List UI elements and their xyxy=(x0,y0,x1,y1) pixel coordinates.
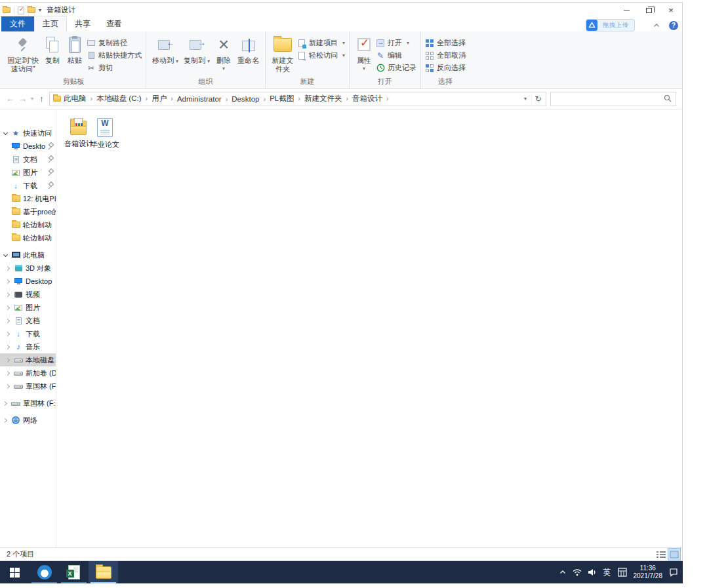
chevron-right-icon[interactable] xyxy=(5,370,11,376)
sidebar-network[interactable]: 网络 xyxy=(0,414,56,427)
rename-button[interactable]: 重命名 xyxy=(235,33,261,65)
sidebar-item-folder-plc[interactable]: 12: 机电PLC (29张 xyxy=(0,192,56,205)
open-button[interactable]: 打开 xyxy=(376,37,416,49)
refresh-icon[interactable] xyxy=(531,94,544,104)
network-icon[interactable] xyxy=(569,568,585,576)
taskbar-file-explorer-button[interactable] xyxy=(89,561,118,583)
address-bar[interactable]: 此电脑 本地磁盘 (C:) 用户 Administrator Desktop P… xyxy=(49,92,546,106)
edit-button[interactable]: 编辑 xyxy=(376,50,416,61)
search-box[interactable] xyxy=(550,92,676,106)
invert-selection-button[interactable]: 反向选择 xyxy=(425,62,466,73)
properties-icon[interactable] xyxy=(18,7,24,14)
chevron-right-icon[interactable] xyxy=(3,401,9,406)
sidebar-item-drive-f[interactable]: 覃国林 (F:) xyxy=(0,380,56,393)
properties-button[interactable]: 属性 ▾ xyxy=(354,33,374,71)
sidebar-item-pc-desktop[interactable]: Desktop xyxy=(0,275,56,288)
minimize-button[interactable] xyxy=(615,3,637,18)
history-button[interactable]: 历史记录 xyxy=(376,62,416,73)
breadcrumb-this-pc[interactable]: 此电脑 xyxy=(62,94,94,104)
show-hidden-icons-button[interactable] xyxy=(556,570,569,575)
chevron-right-icon[interactable] xyxy=(5,279,11,284)
start-button[interactable] xyxy=(0,561,30,583)
taskbar-browser-button[interactable] xyxy=(30,561,59,583)
action-center-button[interactable] xyxy=(666,568,681,577)
netdisk-upload-badge[interactable]: 拖拽上传 xyxy=(586,19,635,31)
copy-path-button[interactable]: 复制路径 xyxy=(87,37,142,49)
select-none-button[interactable]: 全部取消 xyxy=(425,50,466,61)
ime-language-indicator[interactable]: 英 xyxy=(600,567,615,578)
chevron-right-icon[interactable] xyxy=(5,344,11,350)
address-dropdown-icon[interactable] xyxy=(519,96,531,102)
chevron-right-icon[interactable] xyxy=(5,292,11,298)
sidebar-item-documents[interactable]: 文档 xyxy=(0,153,56,166)
details-view-icon[interactable] xyxy=(655,549,667,560)
restore-button[interactable] xyxy=(637,3,660,18)
move-to-button[interactable]: 移动到 xyxy=(150,33,180,65)
tab-home[interactable]: 主页 xyxy=(34,16,67,31)
back-button[interactable] xyxy=(4,94,16,104)
taskbar-clock[interactable]: 11:36 2021/7/28 xyxy=(630,564,666,580)
netdisk-upload-label[interactable]: 拖拽上传 xyxy=(597,20,634,31)
breadcrumb-pl-screenshots[interactable]: PL截图 xyxy=(268,94,302,104)
close-button[interactable]: × xyxy=(660,3,682,18)
volume-icon[interactable] xyxy=(585,568,600,576)
large-icons-view-icon[interactable] xyxy=(668,549,680,560)
forward-button[interactable] xyxy=(16,94,29,104)
sidebar-this-pc[interactable]: 此电脑 xyxy=(0,248,56,262)
breadcrumb-users[interactable]: 用户 xyxy=(150,94,174,104)
sidebar-item-folder-wheel-brake-1[interactable]: 轮边制动 xyxy=(0,218,56,231)
sidebar-item-local-disk-c[interactable]: 本地磁盘 (C:) xyxy=(0,353,56,366)
breadcrumb-administrator[interactable]: Administrator xyxy=(176,95,229,103)
chevron-down-icon[interactable] xyxy=(3,252,9,258)
new-folder-button[interactable]: 新建文件夹 xyxy=(270,33,296,73)
breadcrumb-local-disk-c[interactable]: 本地磁盘 (C:) xyxy=(95,94,149,104)
file-list-area[interactable]: 音箱设计 W 毕业论文 xyxy=(56,109,682,547)
sidebar-item-pictures[interactable]: 图片 xyxy=(0,166,56,179)
sidebar-item-folder-proe[interactable]: 基于proe的汽车闸 xyxy=(0,205,56,218)
properties-dropdown-icon[interactable]: ▾ xyxy=(363,67,365,71)
chevron-right-icon[interactable] xyxy=(5,318,11,324)
ime-toolbar-icon[interactable] xyxy=(615,568,630,577)
collapse-ribbon-icon[interactable] xyxy=(653,23,660,28)
sidebar-item-pc-downloads[interactable]: 下载 xyxy=(0,327,56,340)
chevron-right-icon[interactable] xyxy=(5,331,11,337)
tab-file[interactable]: 文件 xyxy=(1,16,34,31)
sidebar-item-pc-documents[interactable]: 文档 xyxy=(0,314,56,327)
sidebar-item-music[interactable]: 音乐 xyxy=(0,340,56,353)
chevron-right-icon[interactable] xyxy=(5,357,11,363)
new-folder-icon[interactable] xyxy=(28,7,35,13)
chevron-right-icon[interactable] xyxy=(5,305,11,311)
file-item-speaker-design-folder[interactable]: 音箱设计 xyxy=(66,118,92,149)
sidebar-item-videos[interactable]: 视频 xyxy=(0,288,56,301)
select-all-button[interactable]: 全部选择 xyxy=(425,37,466,49)
recent-locations-dropdown-icon[interactable] xyxy=(29,96,35,102)
folder-icon[interactable] xyxy=(3,7,10,13)
delete-button[interactable]: 删除 ▾ xyxy=(213,33,234,71)
chevron-right-icon[interactable] xyxy=(3,418,9,423)
sidebar-item-desktop[interactable]: Desktop xyxy=(0,140,56,153)
search-input[interactable] xyxy=(554,95,664,103)
chevron-right-icon[interactable] xyxy=(5,265,11,271)
pin-to-quick-access-button[interactable]: 固定到“快速访问” xyxy=(5,33,41,73)
breadcrumb-new-folder[interactable]: 新建文件夹 xyxy=(303,94,350,104)
copy-button[interactable]: 复制 xyxy=(42,33,63,65)
qat-customize-dropdown-icon[interactable]: ▾ xyxy=(39,7,41,13)
up-button[interactable] xyxy=(35,94,48,104)
cut-button[interactable]: 剪切 xyxy=(87,62,142,73)
new-item-button[interactable]: 新建项目 xyxy=(297,37,345,49)
tab-view[interactable]: 查看 xyxy=(98,16,130,31)
easy-access-button[interactable]: 轻松访问 xyxy=(297,50,345,61)
sidebar-quick-access[interactable]: 快速访问 xyxy=(0,127,56,140)
breadcrumb-speaker-design[interactable]: 音箱设计 xyxy=(351,94,390,104)
tab-share[interactable]: 共享 xyxy=(67,16,98,31)
sidebar-item-new-volume-d[interactable]: 新加卷 (D:) xyxy=(0,366,56,380)
help-icon[interactable] xyxy=(669,21,678,30)
sidebar-item-folder-wheel-brake-2[interactable]: 轮边制动 xyxy=(0,231,56,245)
taskbar-excel-button[interactable] xyxy=(59,561,89,583)
breadcrumb-desktop[interactable]: Desktop xyxy=(230,95,267,103)
file-item-thesis-word-doc[interactable]: W 毕业论文 xyxy=(92,118,118,149)
paste-button[interactable]: 粘贴 xyxy=(64,33,85,65)
sidebar-item-downloads[interactable]: 下载 xyxy=(0,179,56,192)
copy-to-button[interactable]: 复制到 xyxy=(182,33,212,65)
delete-dropdown-icon[interactable]: ▾ xyxy=(222,67,225,71)
